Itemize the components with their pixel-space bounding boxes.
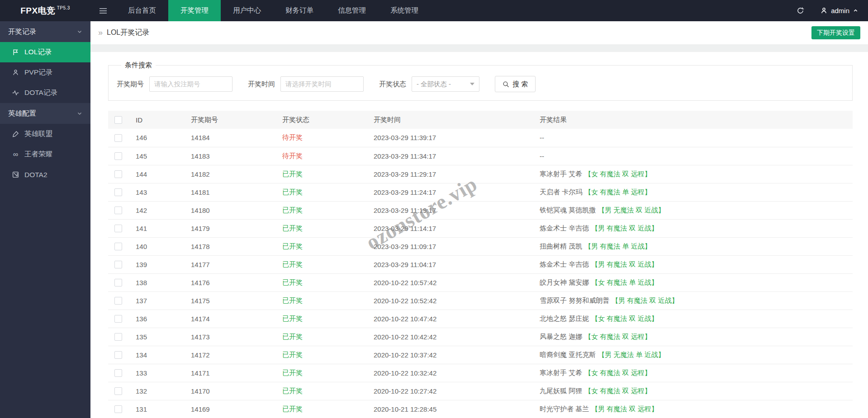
user-menu[interactable]: admin: [821, 7, 858, 14]
result-attrs: 【男 有魔法 双 远程】: [591, 405, 658, 413]
result-hero: 皎月女神 黛安娜: [540, 278, 589, 286]
cell-id: 131: [130, 400, 185, 418]
cell-status: 已开奖: [277, 328, 368, 346]
search-panel-title: 条件搜索: [121, 61, 156, 70]
row-checkbox[interactable]: [114, 134, 122, 142]
sidebar-item-league-of-legends[interactable]: 英雄联盟: [0, 124, 90, 144]
cell-result: 皎月女神 黛安娜【女 有魔法 单 近战】: [534, 273, 853, 291]
nav-item-finance-orders[interactable]: 财务订单: [273, 0, 326, 21]
top-navbar: FPX电竞TP5.3 后台首页 开奖管理 用户中心 财务订单 信息管理 系统管理…: [0, 0, 868, 21]
row-checkbox[interactable]: [114, 279, 122, 286]
sidebar-toggle[interactable]: [90, 0, 116, 21]
select-all-checkbox[interactable]: [114, 116, 122, 124]
sidebar-item-honor-of-kings[interactable]: ∞ 王者荣耀: [0, 144, 90, 164]
status-label: 已开奖: [282, 242, 303, 250]
row-checkbox[interactable]: [114, 369, 122, 377]
cell-time: 2020-10-22 10:42:42: [368, 328, 534, 346]
search-button[interactable]: 搜 索: [495, 76, 536, 92]
row-checkbox[interactable]: [114, 188, 122, 196]
sidebar-item-lol-records[interactable]: LOL记录: [0, 42, 90, 62]
sidebar-group-hero-config[interactable]: 英雄配置: [0, 103, 90, 124]
table-row: 13314171已开奖2020-10-22 10:32:42寒冰射手 艾希【女 …: [108, 364, 853, 382]
cell-status: 已开奖: [277, 364, 368, 382]
table-row: 14014178已开奖2023-03-29 11:09:17扭曲树精 茂凯【男 …: [108, 237, 853, 255]
cell-id: 139: [130, 255, 185, 273]
draw-status-select[interactable]: - 全部状态 -: [412, 76, 479, 92]
cell-id: 144: [130, 165, 185, 183]
cell-result: 暗裔剑魔 亚托克斯【男 无魔法 单 近战】: [534, 346, 853, 364]
row-checkbox[interactable]: [114, 315, 122, 323]
table-row: 13214170已开奖2020-10-22 10:27:42九尾妖狐 阿狸【女 …: [108, 382, 853, 400]
sidebar-item-dota2[interactable]: DOTA2: [0, 164, 90, 185]
cell-id: 146: [130, 129, 185, 147]
row-checkbox[interactable]: [114, 333, 122, 341]
draw-period-input[interactable]: [149, 76, 232, 92]
cell-result: 天启者 卡尔玛【女 有魔法 单 远程】: [534, 183, 853, 201]
status-label: 待开奖: [282, 152, 303, 160]
dota2-icon: [12, 171, 19, 178]
row-checkbox[interactable]: [114, 297, 122, 305]
cell-status: 已开奖: [277, 273, 368, 291]
draw-time-input[interactable]: [280, 76, 364, 92]
cell-status: 已开奖: [277, 400, 368, 418]
cell-result: --: [534, 147, 853, 165]
refresh-icon[interactable]: [797, 7, 804, 14]
status-label: 已开奖: [282, 206, 303, 214]
cell-time: 2023-03-29 11:29:17: [368, 165, 534, 183]
field-draw-period: 开奖期号: [117, 76, 232, 92]
cell-status: 待开奖: [277, 147, 368, 165]
cell-time: 2023-03-29 11:14:17: [368, 219, 534, 237]
cell-result: 风暴之怒 迦娜【女 有魔法 双 远程】: [534, 328, 853, 346]
cell-status: 已开奖: [277, 201, 368, 219]
result-attrs: 【男 有魔法 双 近战】: [591, 260, 658, 268]
cell-result: 九尾妖狐 阿狸【女 有魔法 双 远程】: [534, 382, 853, 400]
status-label: 已开奖: [282, 224, 303, 232]
row-checkbox[interactable]: [114, 261, 122, 268]
cell-period: 14174: [185, 310, 277, 328]
field-draw-time: 开奖时间: [248, 76, 364, 92]
field-draw-status: 开奖状态 - 全部状态 -: [379, 76, 479, 92]
result-hero: 暗裔剑魔 亚托克斯: [540, 351, 596, 358]
row-checkbox[interactable]: [114, 225, 122, 232]
row-checkbox[interactable]: [114, 405, 122, 413]
cell-status: 已开奖: [277, 255, 368, 273]
row-checkbox[interactable]: [114, 351, 122, 359]
results-table-wrap: ID 开奖期号 开奖状态 开奖时间 开奖结果 14614184待开奖2023-0…: [108, 111, 853, 418]
infinity-icon: ∞: [12, 150, 19, 158]
status-label: 已开奖: [282, 315, 303, 322]
status-label: 已开奖: [282, 188, 303, 196]
cell-period: 14179: [185, 219, 277, 237]
row-checkbox[interactable]: [114, 387, 122, 395]
app-version: TP5.3: [57, 5, 70, 10]
hamburger-icon: [99, 8, 107, 14]
row-checkbox[interactable]: [114, 170, 122, 178]
sidebar-item-dota-records[interactable]: DOTA记录: [0, 83, 90, 103]
chevron-down-icon: [77, 29, 82, 34]
cell-period: 14184: [185, 129, 277, 147]
result-hero: 炼金术士 辛吉德: [540, 224, 589, 232]
status-label: 已开奖: [282, 405, 303, 413]
sidebar-group-draw-records[interactable]: 开奖记录: [0, 21, 90, 42]
status-label: 待开奖: [282, 133, 303, 141]
nav-item-info-management[interactable]: 信息管理: [326, 0, 378, 21]
nav-item-user-center[interactable]: 用户中心: [221, 0, 273, 21]
cell-time: 2023-03-29 11:39:17: [368, 129, 534, 147]
row-checkbox[interactable]: [114, 152, 122, 160]
result-attrs: 【女 有魔法 双 远程】: [584, 170, 651, 178]
status-label: 已开奖: [282, 278, 303, 286]
cell-period: 14180: [185, 201, 277, 219]
status-label: 已开奖: [282, 333, 303, 340]
table-header-row: ID 开奖期号 开奖状态 开奖时间 开奖结果: [108, 111, 853, 129]
nav-item-home[interactable]: 后台首页: [116, 0, 168, 21]
cell-status: 已开奖: [277, 165, 368, 183]
next-draw-settings-button[interactable]: 下期开奖设置: [811, 26, 860, 39]
nav-item-system-management[interactable]: 系统管理: [378, 0, 431, 21]
nav-item-draw-management[interactable]: 开奖管理: [168, 0, 221, 21]
chevron-down-icon: [77, 111, 82, 116]
app-logo[interactable]: FPX电竞TP5.3: [0, 0, 90, 21]
row-checkbox[interactable]: [114, 207, 122, 214]
row-checkbox[interactable]: [114, 243, 122, 250]
result-attrs: 【男 有魔法 双 近战】: [591, 224, 658, 232]
person-icon: [12, 69, 19, 76]
sidebar-item-pvp-records[interactable]: PVP记录: [0, 62, 90, 83]
